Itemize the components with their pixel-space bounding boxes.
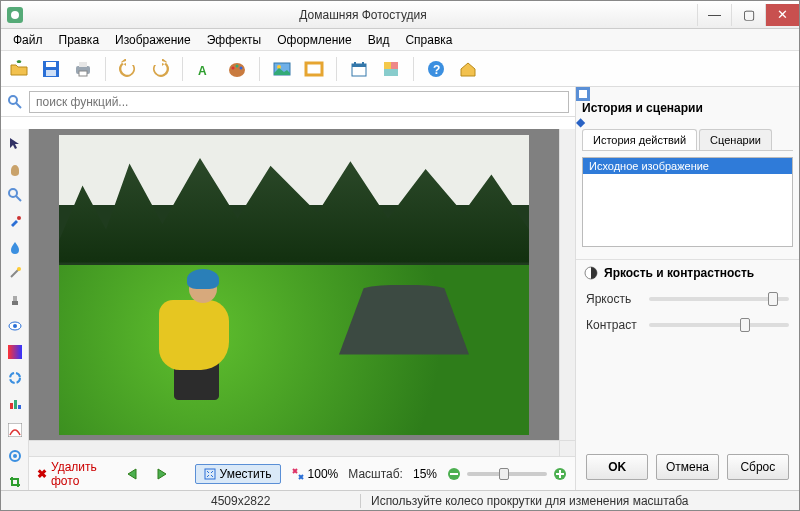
- open-icon[interactable]: [7, 57, 31, 81]
- menu-effects[interactable]: Эффекты: [199, 31, 270, 49]
- svg-rect-21: [384, 62, 391, 69]
- svg-line-27: [16, 103, 21, 108]
- search-input[interactable]: [29, 91, 569, 113]
- zoom-100-button[interactable]: 100%: [291, 467, 339, 481]
- curves-tool-icon[interactable]: [6, 422, 24, 438]
- scale-value: 15%: [413, 467, 437, 481]
- stamp-tool-icon[interactable]: [6, 291, 24, 307]
- crop-tool-icon[interactable]: [6, 474, 24, 490]
- menu-image[interactable]: Изображение: [107, 31, 199, 49]
- history-item[interactable]: Исходное изображение: [583, 158, 792, 174]
- help-icon[interactable]: ?: [424, 57, 448, 81]
- ok-button[interactable]: OK: [586, 454, 648, 480]
- next-photo-button[interactable]: [152, 466, 170, 482]
- gradient-tool-icon[interactable]: [6, 344, 24, 360]
- delete-icon: ✖: [37, 467, 47, 481]
- svg-rect-47: [205, 469, 215, 479]
- sharpen-tool-icon[interactable]: [6, 448, 24, 464]
- hand-tool-icon[interactable]: [6, 161, 24, 177]
- fit-button[interactable]: Уместить: [195, 464, 281, 484]
- svg-point-46: [13, 454, 17, 458]
- svg-point-11: [236, 64, 239, 67]
- svg-rect-29: [579, 90, 587, 98]
- svg-line-31: [16, 196, 21, 201]
- contrast-label: Контраст: [586, 318, 641, 332]
- fit-icon: [204, 468, 216, 480]
- swirl-tool-icon[interactable]: [6, 370, 24, 386]
- reset-button[interactable]: Сброс: [727, 454, 789, 480]
- canvas-viewport[interactable]: [29, 129, 559, 440]
- home-icon[interactable]: [456, 57, 480, 81]
- svg-text:A: A: [198, 64, 207, 78]
- prev-photo-button[interactable]: [124, 466, 142, 482]
- close-button[interactable]: ✕: [765, 4, 799, 26]
- contrast-slider[interactable]: [649, 323, 789, 327]
- horizontal-scrollbar[interactable]: [29, 441, 559, 456]
- history-list[interactable]: Исходное изображение: [582, 157, 793, 247]
- zoom-100-icon: [291, 467, 305, 481]
- photo-preview: [59, 135, 529, 435]
- collage-icon[interactable]: [379, 57, 403, 81]
- left-toolbar: [1, 129, 29, 490]
- svg-rect-6: [79, 62, 87, 67]
- pointer-tool-icon[interactable]: [6, 135, 24, 151]
- menu-help[interactable]: Справка: [397, 31, 460, 49]
- search-icon: [7, 94, 23, 110]
- brightness-slider[interactable]: [649, 297, 789, 301]
- text-icon[interactable]: A: [193, 57, 217, 81]
- bottom-bar: ✖ Удалить фото Уместить 100% Масштаб: 15…: [29, 456, 575, 490]
- minimize-button[interactable]: —: [697, 4, 731, 26]
- menubar: Файл Правка Изображение Эффекты Оформлен…: [1, 29, 799, 51]
- save-icon[interactable]: [39, 57, 63, 81]
- wand-tool-icon[interactable]: [6, 265, 24, 281]
- frame-icon[interactable]: [302, 57, 326, 81]
- collapse-icon[interactable]: ◆: [576, 115, 799, 129]
- search-row: [1, 87, 575, 117]
- svg-rect-52: [559, 470, 561, 478]
- eye-tool-icon[interactable]: [6, 318, 24, 334]
- delete-photo-label: Удалить фото: [51, 460, 97, 488]
- calendar-icon[interactable]: [347, 57, 371, 81]
- tab-history[interactable]: История действий: [582, 129, 697, 150]
- menu-file[interactable]: Файл: [5, 31, 51, 49]
- svg-rect-4: [46, 70, 56, 76]
- vertical-scrollbar[interactable]: [559, 129, 575, 440]
- main-toolbar: A ?: [1, 51, 799, 87]
- zoom-out-button[interactable]: [447, 467, 461, 481]
- svg-rect-23: [384, 69, 398, 76]
- redo-icon[interactable]: [148, 57, 172, 81]
- menu-view[interactable]: Вид: [360, 31, 398, 49]
- maximize-button[interactable]: ▢: [731, 4, 765, 26]
- palette-icon[interactable]: [225, 57, 249, 81]
- history-tabs: История действий Сценарии: [582, 129, 793, 151]
- menu-design[interactable]: Оформление: [269, 31, 359, 49]
- svg-rect-49: [450, 473, 458, 475]
- zoom-100-label: 100%: [308, 467, 339, 481]
- zoom-slider[interactable]: [467, 472, 547, 476]
- fit-label: Уместить: [220, 467, 272, 481]
- print-icon[interactable]: [71, 57, 95, 81]
- history-panel-header-row: История и сценарии ◆: [575, 87, 799, 129]
- zoom-in-button[interactable]: [553, 467, 567, 481]
- drop-tool-icon[interactable]: [6, 239, 24, 255]
- tab-scenarios[interactable]: Сценарии: [699, 129, 772, 150]
- window-title: Домашняя Фотостудия: [29, 8, 697, 22]
- picture-icon[interactable]: [270, 57, 294, 81]
- svg-rect-36: [13, 296, 17, 301]
- svg-point-1: [11, 11, 19, 19]
- levels-tool-icon[interactable]: [6, 396, 24, 412]
- svg-point-26: [9, 96, 17, 104]
- contrast-row: Контраст: [576, 312, 799, 338]
- bc-icon: [584, 266, 598, 280]
- history-panel-title: История и сценарии: [582, 101, 799, 115]
- brush-tool-icon[interactable]: [6, 213, 24, 229]
- undo-icon[interactable]: [116, 57, 140, 81]
- svg-rect-35: [12, 301, 18, 305]
- zoom-tool-icon[interactable]: [6, 187, 24, 203]
- cancel-button[interactable]: Отмена: [656, 454, 718, 480]
- bc-title: Яркость и контрастность: [604, 266, 754, 280]
- delete-photo-button[interactable]: ✖ Удалить фото: [37, 460, 97, 488]
- svg-rect-42: [14, 400, 17, 409]
- svg-rect-22: [391, 62, 398, 69]
- menu-edit[interactable]: Правка: [51, 31, 108, 49]
